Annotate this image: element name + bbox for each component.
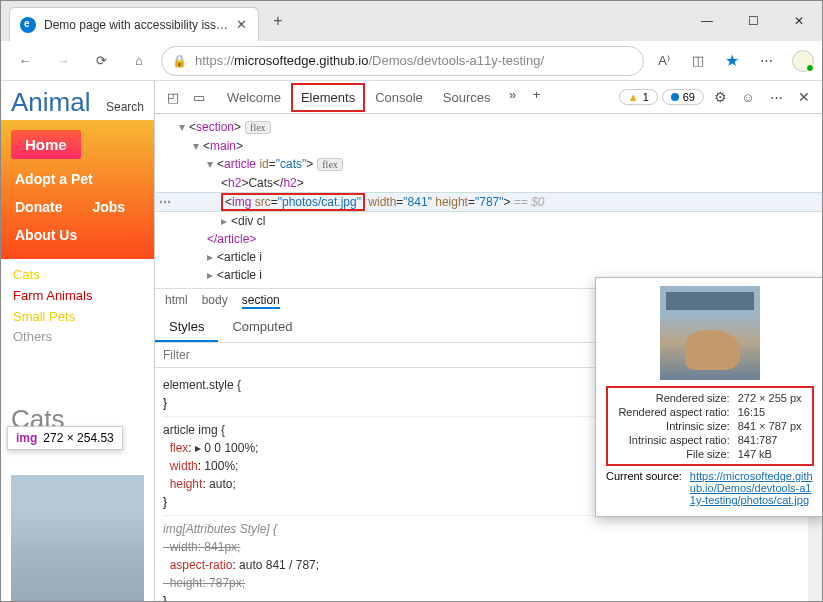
crumb-section[interactable]: section: [242, 293, 280, 309]
maximize-button[interactable]: ☐: [730, 1, 776, 41]
home-button[interactable]: ⌂: [123, 45, 155, 77]
link-farm[interactable]: Farm Animals: [13, 286, 142, 307]
address-bar[interactable]: 🔒 https://microsoftedge.github.io/Demos/…: [161, 46, 644, 76]
tooltip-tag: img: [16, 431, 37, 445]
warnings-badge[interactable]: ▲1: [619, 89, 658, 105]
browser-tab[interactable]: Demo page with accessibility issues ✕: [9, 7, 259, 41]
nav-jobs[interactable]: Jobs: [78, 193, 135, 221]
favorite-icon[interactable]: ★: [718, 47, 746, 75]
tab-computed[interactable]: Computed: [218, 313, 306, 342]
link-others[interactable]: Others: [13, 327, 142, 348]
link-small[interactable]: Small Pets: [13, 307, 142, 328]
minimize-button[interactable]: —: [684, 1, 730, 41]
crumb-body[interactable]: body: [202, 293, 228, 309]
search-label: Search: [106, 100, 144, 114]
settings-icon[interactable]: ⚙: [708, 85, 732, 109]
refresh-button[interactable]: ⟳: [85, 45, 117, 77]
window-titlebar: Demo page with accessibility issues ✕ + …: [1, 1, 822, 41]
tab-title: Demo page with accessibility issues: [44, 18, 234, 32]
lock-icon: 🔒: [172, 54, 187, 68]
nav-adopt[interactable]: Adopt a Pet: [1, 165, 154, 193]
nav-home[interactable]: Home: [11, 130, 81, 159]
crumb-html[interactable]: html: [165, 293, 188, 309]
new-tab-button[interactable]: +: [263, 6, 293, 36]
tab-close-icon[interactable]: ✕: [234, 17, 248, 32]
tab-console[interactable]: Console: [365, 83, 433, 112]
link-cats[interactable]: Cats: [13, 265, 142, 286]
devtools-panel: ◰ ▭ Welcome Elements Console Sources » +…: [154, 81, 822, 601]
category-links: Cats Farm Animals Small Pets Others: [1, 259, 154, 354]
tab-welcome[interactable]: Welcome: [217, 83, 291, 112]
profile-avatar[interactable]: [792, 50, 814, 72]
back-button[interactable]: ←: [9, 45, 41, 77]
url-text: https://microsoftedge.github.io/Demos/de…: [195, 53, 544, 68]
menu-button[interactable]: ⋯: [752, 47, 780, 75]
inspect-icon[interactable]: ◰: [161, 85, 185, 109]
tab-elements[interactable]: Elements: [291, 83, 365, 112]
feedback-icon[interactable]: ☺: [736, 85, 760, 109]
close-window-button[interactable]: ✕: [776, 1, 822, 41]
rendered-page: Animal Search Home Adopt a Pet Donate Jo…: [1, 81, 154, 601]
nav-donate[interactable]: Donate: [1, 193, 72, 221]
devtools-header: ◰ ▭ Welcome Elements Console Sources » +…: [155, 81, 822, 114]
cat-image: [11, 475, 144, 601]
more-icon[interactable]: ⋯: [764, 85, 788, 109]
more-tabs-icon[interactable]: »: [501, 83, 525, 107]
page-title: Animal: [11, 87, 90, 118]
close-devtools-icon[interactable]: ✕: [792, 85, 816, 109]
image-thumbnail: [660, 286, 760, 380]
translate-icon[interactable]: ◫: [684, 47, 712, 75]
nav-about[interactable]: About Us: [1, 221, 154, 249]
add-tab-icon[interactable]: +: [525, 83, 549, 107]
edge-favicon-icon: [20, 17, 36, 33]
current-source-link[interactable]: https://microsoftedge.github.io/Demos/de…: [690, 470, 814, 506]
forward-button[interactable]: →: [47, 45, 79, 77]
tooltip-dimensions: 272 × 254.53: [43, 431, 113, 445]
device-mode-icon[interactable]: ▭: [187, 85, 211, 109]
tab-styles[interactable]: Styles: [155, 313, 218, 342]
image-hover-popup: Rendered size:272 × 255 px Rendered aspe…: [595, 277, 822, 517]
browser-toolbar: ← → ⟳ ⌂ 🔒 https://microsoftedge.github.i…: [1, 41, 822, 81]
page-nav: Home Adopt a Pet Donate Jobs About Us: [1, 120, 154, 259]
elements-tree[interactable]: ▾<section>flex ▾<main> ▾<article id="cat…: [155, 114, 822, 288]
read-aloud-icon[interactable]: A⁾: [650, 47, 678, 75]
element-tooltip: img 272 × 254.53: [7, 426, 123, 450]
info-badge[interactable]: 69: [662, 89, 704, 105]
tab-sources[interactable]: Sources: [433, 83, 501, 112]
